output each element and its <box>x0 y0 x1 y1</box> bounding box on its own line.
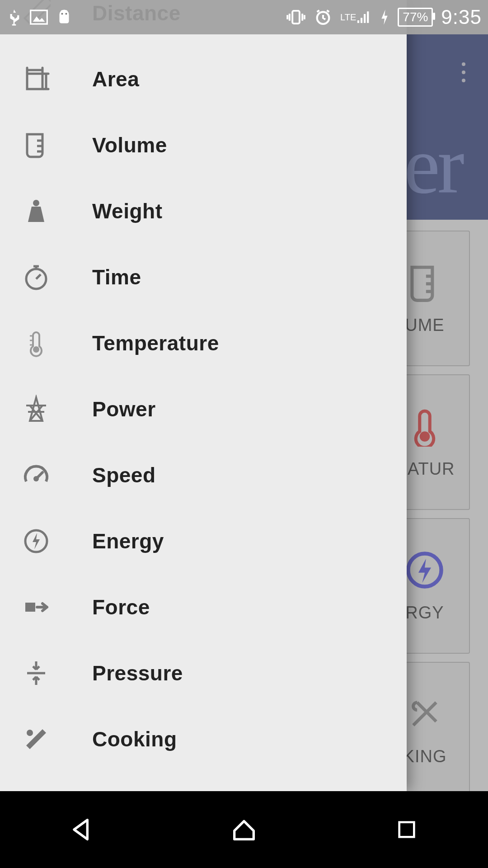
tile-label: KING <box>403 747 447 766</box>
drawer-list[interactable]: Distance Area Volume Weight <box>0 0 407 791</box>
cooking-icon <box>20 723 52 755</box>
drawer-item-pressure[interactable]: Pressure <box>0 640 407 706</box>
svg-point-10 <box>27 730 33 736</box>
drawer-item-area[interactable]: Area <box>0 46 407 112</box>
svg-rect-9 <box>25 603 35 612</box>
svg-point-14 <box>61 13 63 15</box>
drawer-item-label: Energy <box>92 529 164 553</box>
battery-text: 77% <box>403 10 428 24</box>
alarm-icon <box>314 8 332 26</box>
svg-rect-18 <box>399 822 414 837</box>
svg-point-0 <box>420 431 430 442</box>
drawer-item-label: Pressure <box>92 661 183 685</box>
drawer-item-time[interactable]: Time <box>0 244 407 310</box>
drawer-item-power[interactable]: Power <box>0 376 407 442</box>
svg-point-4 <box>33 200 39 206</box>
drawer-item-label: Power <box>92 397 156 421</box>
thermometer-icon <box>404 406 445 447</box>
drawer-item-label: Weight <box>92 199 162 223</box>
battery-indicator: 77% <box>398 8 433 27</box>
drawer-item-force[interactable]: Force <box>0 574 407 640</box>
svg-rect-3 <box>27 74 42 89</box>
lte-text: LTE <box>340 13 356 21</box>
svg-rect-16 <box>292 11 300 24</box>
system-nav-bar <box>0 791 488 868</box>
svg-rect-13 <box>31 10 47 24</box>
drawer-item-label: Volume <box>92 133 167 157</box>
status-clock: 9:35 <box>441 6 482 28</box>
tile-label: RGY <box>405 603 444 623</box>
recents-button[interactable] <box>385 808 428 851</box>
stopwatch-icon <box>20 261 52 293</box>
image-icon <box>30 9 48 25</box>
force-icon <box>20 591 52 623</box>
drawer-item-label: Cooking <box>92 727 177 751</box>
beaker-icon <box>20 129 52 161</box>
drawer-item-label: Area <box>92 67 139 91</box>
usb-icon <box>6 8 22 26</box>
drawer-item-weight[interactable]: Weight <box>0 178 407 244</box>
tile-label: UME <box>405 316 444 335</box>
vibrate-icon <box>286 8 306 26</box>
drawer-item-label: Speed <box>92 463 156 487</box>
drawer-item-volume[interactable]: Volume <box>0 112 407 178</box>
drawer-item-label: Force <box>92 595 150 619</box>
drawer-item-label: Time <box>92 265 141 289</box>
network-type-label: LTE <box>340 11 371 23</box>
charging-icon <box>380 8 389 26</box>
bolt-circle-icon <box>20 525 52 557</box>
bolt-circle-icon <box>404 550 445 590</box>
area-icon <box>20 63 52 95</box>
weight-icon <box>20 195 52 227</box>
cooking-icon <box>404 693 445 734</box>
navigation-drawer: Distance Area Volume Weight <box>0 0 407 791</box>
home-button[interactable] <box>222 808 266 851</box>
pylon-icon <box>20 393 52 425</box>
pressure-icon <box>20 657 52 689</box>
speedometer-icon <box>20 459 52 491</box>
svg-point-15 <box>66 13 67 15</box>
drawer-item-speed[interactable]: Speed <box>0 442 407 508</box>
beaker-icon <box>404 262 445 303</box>
drawer-item-temperature[interactable]: Temperature <box>0 310 407 376</box>
status-bar: LTE 77% 9:35 <box>0 0 488 34</box>
thermometer-icon <box>20 327 52 359</box>
overflow-menu-button[interactable] <box>453 61 474 83</box>
back-button[interactable] <box>60 808 103 851</box>
drawer-item-fuel[interactable]: Fuel <box>0 772 407 791</box>
android-debug-icon <box>56 8 72 27</box>
drawer-item-label: Temperature <box>92 331 219 355</box>
drawer-item-cooking[interactable]: Cooking <box>0 706 407 772</box>
svg-point-6 <box>33 346 39 353</box>
drawer-item-energy[interactable]: Energy <box>0 508 407 574</box>
